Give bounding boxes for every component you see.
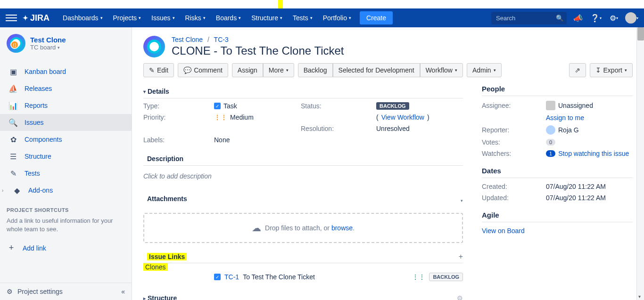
labels-value[interactable]: None — [214, 136, 301, 144]
sidebar-item-kanban-board[interactable]: ▣Kanban board — [0, 63, 132, 80]
reporter-value[interactable]: Roja G — [546, 125, 633, 135]
nav-item-boards[interactable]: Boards▾ — [211, 8, 246, 27]
attachment-dropzone[interactable]: ☁ Drop files to attach, or browse. — [143, 213, 463, 243]
view-on-board-link[interactable]: View on Board — [482, 227, 633, 235]
toggle-arrow-icon: ▸ — [143, 296, 146, 300]
type-label: Type: — [143, 102, 214, 110]
user-avatar-icon — [546, 125, 555, 135]
sidebar-item-structure[interactable]: ☰Structure — [0, 148, 132, 165]
votes-label: Votes: — [482, 138, 543, 146]
search-input[interactable] — [491, 12, 567, 24]
vertical-scrollbar[interactable]: ▾ — [636, 27, 644, 300]
watchers-label: Watchers: — [482, 150, 543, 157]
assign-button[interactable]: Assign — [232, 63, 263, 77]
stop-watching-link[interactable]: Stop watching this issue — [558, 150, 629, 157]
scroll-down-icon[interactable]: ▾ — [638, 294, 641, 299]
reporter-label: Reporter: — [482, 126, 543, 134]
nav-item-portfolio[interactable]: Portfolio▾ — [318, 8, 356, 27]
linked-issue-key[interactable]: TC-1 — [224, 273, 239, 281]
nav-item-structure[interactable]: Structure▾ — [247, 8, 287, 27]
task-icon: ✓ — [214, 274, 221, 280]
plus-icon: + — [7, 243, 16, 253]
search-icon[interactable]: 🔍 — [556, 15, 564, 22]
linked-issue-status: BACKLOG — [429, 273, 463, 281]
description-body[interactable]: Click to add description — [143, 170, 463, 183]
jira-logo[interactable]: ✦ JIRA — [23, 13, 50, 23]
link-group-clones: Clones — [143, 263, 168, 271]
tests-icon: ✎ — [8, 169, 18, 178]
project-sidebar: ⟨⟩ Test Clone TC board▾ ▣Kanban board⛵Re… — [0, 27, 132, 300]
workflow-button[interactable]: Workflow ▾ — [420, 63, 463, 77]
created-value: 07/Aug/20 11:22 AM — [546, 183, 633, 190]
jira-logo-text: JIRA — [30, 13, 50, 23]
hamburger-menu-icon[interactable] — [6, 12, 17, 24]
edit-button[interactable]: ✎Edit — [143, 63, 174, 77]
structure-section-header[interactable]: ▸ Structure ⚙ — [143, 292, 463, 300]
user-icon — [546, 101, 555, 110]
assign-to-me-link[interactable]: Assign to me — [546, 114, 633, 122]
task-icon: ✓ — [214, 103, 221, 109]
attachments-heading: Attachments — [143, 192, 461, 205]
user-avatar[interactable]: ▾ — [625, 11, 638, 24]
pencil-icon: ✎ — [149, 66, 155, 74]
type-value[interactable]: ✓Task — [214, 102, 301, 110]
issue-title: CLONE - To Test The Clone Ticket — [172, 44, 344, 57]
selected-for-dev-button[interactable]: Selected for Development — [333, 63, 420, 77]
admin-button[interactable]: Admin ▾ — [467, 63, 502, 77]
status-value: BACKLOG — [376, 102, 463, 110]
help-icon[interactable]: ❔▾ — [589, 11, 603, 24]
sidebar-item-tests[interactable]: ✎Tests — [0, 165, 132, 182]
share-icon: ⇗ — [575, 66, 580, 74]
collapse-sidebar-icon[interactable]: « — [121, 288, 125, 295]
sidebar-item-add-ons[interactable]: ›◆Add-ons — [0, 182, 132, 199]
nav-item-risks[interactable]: Risks▾ — [181, 8, 210, 27]
announcement-icon[interactable]: 📣 — [571, 11, 585, 24]
issue-project-avatar — [143, 36, 165, 57]
more-button[interactable]: More ▾ — [263, 63, 294, 77]
sidebar-item-reports[interactable]: 📊Reports — [0, 97, 132, 114]
board-icon: ▣ — [8, 67, 18, 76]
board-selector[interactable]: TC board▾ — [30, 44, 66, 51]
create-button[interactable]: Create — [360, 11, 393, 24]
linked-issue-row[interactable]: ✓ TC-1 To Test The Clone Ticket ⋮⋮ BACKL… — [143, 271, 463, 283]
created-label: Created: — [482, 183, 543, 190]
browse-link[interactable]: browse — [331, 224, 353, 232]
nav-item-issues[interactable]: Issues▾ — [147, 8, 179, 27]
addons-icon: ◆ — [12, 186, 22, 195]
description-heading: Description — [143, 152, 463, 166]
comment-button[interactable]: 💬Comment — [178, 63, 228, 77]
priority-label: Priority: — [143, 114, 214, 121]
assignee-value[interactable]: Unassigned — [546, 101, 633, 110]
breadcrumb-issue-key[interactable]: TC-3 — [214, 36, 229, 43]
project-name[interactable]: Test Clone — [30, 36, 66, 44]
highlight-marker — [278, 0, 283, 8]
toggle-arrow-icon: ▾ — [143, 89, 146, 94]
nav-item-tests[interactable]: Tests▾ — [288, 8, 317, 27]
settings-gear-icon[interactable]: ⚙▾ — [607, 11, 620, 24]
breadcrumb-project[interactable]: Test Clone — [172, 36, 203, 43]
shortcuts-heading: PROJECT SHORTCUTS — [7, 207, 125, 213]
scrollbar-thumb[interactable] — [637, 27, 644, 41]
priority-value[interactable]: ⋮⋮Medium — [214, 114, 301, 121]
votes-count: 0 — [546, 139, 555, 146]
attachments-menu-icon[interactable]: ▾ — [461, 198, 463, 203]
project-settings-link[interactable]: ⚙ Project settings — [7, 288, 63, 295]
details-section-header[interactable]: ▾ Details — [143, 85, 463, 98]
add-link-icon[interactable]: + — [459, 252, 463, 261]
sidebar-item-releases[interactable]: ⛵Releases — [0, 80, 132, 97]
backlog-status-button[interactable]: Backlog — [298, 63, 333, 77]
nav-item-projects[interactable]: Projects▾ — [108, 8, 146, 27]
sidebar-item-issues[interactable]: 🔍Issues — [0, 114, 132, 131]
ship-icon: ⛵ — [8, 84, 18, 93]
nav-item-dashboards[interactable]: Dashboards▾ — [58, 8, 107, 27]
search-icon: 🔍 — [8, 118, 18, 127]
view-workflow-link[interactable]: View Workflow — [381, 114, 424, 121]
updated-label: Updated: — [482, 194, 543, 202]
structure-settings-icon[interactable]: ⚙ — [457, 294, 463, 300]
export-button[interactable]: ↧ Export ▾ — [590, 63, 633, 77]
labels-label: Labels: — [143, 136, 214, 144]
component-icon: ✿ — [8, 135, 18, 144]
share-button[interactable]: ⇗ — [569, 63, 586, 77]
add-link-button[interactable]: + Add link — [7, 238, 125, 258]
sidebar-item-components[interactable]: ✿Components — [0, 131, 132, 148]
